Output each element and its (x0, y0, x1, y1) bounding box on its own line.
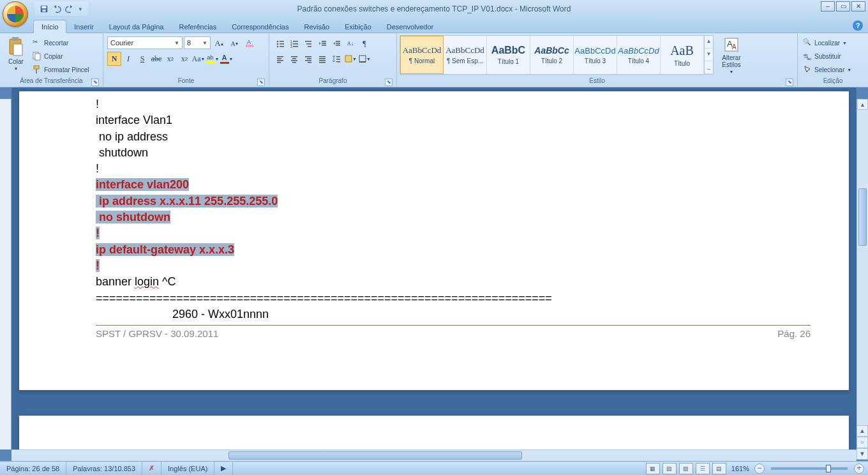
hscroll-thumb[interactable] (228, 451, 522, 460)
style-item-1[interactable]: AaBbCcDd¶ Sem Esp... (444, 36, 487, 74)
style-item-2[interactable]: AaBbCTítulo 1 (487, 36, 530, 74)
borders-button[interactable]: ▼ (357, 52, 371, 66)
vertical-scrollbar[interactable]: ▲ ▼ (857, 99, 868, 449)
paragraph-launcher[interactable]: ⬊ (385, 79, 393, 86)
view-outline-button[interactable]: ☰ (696, 463, 710, 474)
vertical-ruler[interactable] (0, 99, 11, 449)
multilevel-button[interactable] (301, 36, 315, 50)
font-launcher[interactable]: ⬊ (257, 79, 265, 86)
gallery-down-button[interactable]: ▼ (705, 49, 713, 61)
tab-correspondencias[interactable]: Correspondências (224, 20, 296, 33)
tab-exibicao[interactable]: Exibição (337, 20, 379, 33)
align-left-button[interactable] (273, 52, 287, 66)
page-27[interactable]: Informação CONFIDENCIAL (19, 416, 849, 449)
sort-button[interactable]: A↓ (343, 36, 357, 50)
page-26[interactable]: ! interface Vlan1 no ip address shutdown… (19, 91, 849, 390)
copy-button[interactable]: Copiar (31, 50, 91, 63)
zoom-level[interactable]: 161% (731, 465, 749, 472)
gallery-up-button[interactable]: ▲ (705, 36, 713, 49)
highlight-button[interactable]: ab▼ (206, 52, 220, 66)
paste-button[interactable]: Colar ▼ (3, 35, 29, 71)
horizontal-scrollbar[interactable] (11, 449, 857, 461)
restore-button[interactable]: ▭ (836, 1, 850, 11)
proof-icon: ✗ (149, 464, 154, 472)
subscript-button[interactable]: x2 (163, 52, 177, 66)
change-case-button[interactable]: Aa▼ (191, 52, 206, 66)
scroll-thumb[interactable] (858, 188, 867, 246)
tab-referencias[interactable]: Referências (172, 20, 225, 33)
gallery-more-button[interactable]: ⎯ (705, 61, 713, 74)
style-item-0[interactable]: AaBbCcDd¶ Normal (400, 36, 444, 74)
align-right-button[interactable] (301, 52, 315, 66)
svg-rect-5 (13, 44, 22, 56)
qat-dropdown-icon[interactable]: ▼ (78, 6, 83, 12)
status-words[interactable]: Palavras: 13/10.853 (66, 462, 142, 475)
view-draft-button[interactable]: ▤ (712, 463, 726, 474)
group-editing-label: Edição (823, 77, 843, 84)
prev-page-button[interactable]: ▲ (857, 425, 868, 437)
change-styles-button[interactable]: AA Alterar Estilos▼ (716, 35, 747, 74)
style-item-5[interactable]: AaBbCcDdTítulo 4 (617, 36, 661, 74)
minimize-button[interactable]: – (821, 1, 835, 11)
tab-layout[interactable]: Layout da Página (101, 20, 172, 33)
find-button[interactable]: 🔍Localizar▼ (803, 36, 851, 49)
styles-launcher[interactable]: ⬊ (786, 79, 793, 86)
style-item-4[interactable]: AaBbCcDdTítulo 3 (574, 36, 617, 74)
tab-revisao[interactable]: Revisão (296, 20, 337, 33)
document-content[interactable]: ! interface Vlan1 no ip address shutdown… (96, 96, 811, 322)
clear-format-button[interactable]: A (243, 36, 257, 50)
scroll-up-button[interactable]: ▲ (857, 99, 868, 110)
style-item-6[interactable]: AaBTítulo (661, 36, 704, 74)
status-page[interactable]: Página: 26 de 58 (0, 462, 66, 475)
shading-button[interactable]: ▼ (343, 52, 357, 66)
office-button[interactable] (3, 1, 31, 29)
tab-desenvolvedor[interactable]: Desenvolvedor (379, 20, 441, 33)
font-color-button[interactable]: A▼ (220, 52, 234, 66)
select-button[interactable]: Selecionar▼ (803, 63, 851, 76)
format-painter-button[interactable]: Formatar Pincel (31, 63, 91, 76)
line-spacing-button[interactable] (329, 52, 343, 66)
next-page-button[interactable]: ▼ (857, 448, 868, 460)
status-proof[interactable]: ✗ (142, 462, 161, 475)
tab-inserir[interactable]: Inserir (66, 20, 101, 33)
help-icon[interactable]: ? (853, 20, 863, 31)
align-center-button[interactable] (287, 52, 301, 66)
italic-button[interactable]: I (121, 52, 135, 66)
tab-inicio[interactable]: Início (33, 20, 66, 33)
decrease-indent-button[interactable] (315, 36, 329, 50)
browse-object-button[interactable]: ○ (857, 437, 868, 448)
view-print-layout-button[interactable]: ▦ (646, 463, 660, 474)
numbering-button[interactable]: 123 (287, 36, 301, 50)
underline-button[interactable]: S (135, 52, 149, 66)
zoom-slider[interactable] (771, 467, 848, 470)
undo-icon[interactable] (52, 4, 61, 13)
grow-font-button[interactable]: A▴ (212, 36, 226, 50)
redo-icon[interactable] (65, 4, 74, 13)
justify-button[interactable] (315, 52, 329, 66)
clipboard-launcher[interactable]: ⬊ (91, 79, 99, 86)
increase-indent-button[interactable] (329, 36, 343, 50)
view-full-screen-button[interactable]: ▧ (662, 463, 677, 474)
bullets-button[interactable] (273, 36, 287, 50)
view-web-button[interactable]: ▨ (679, 463, 693, 474)
zoom-out-button[interactable]: − (754, 464, 765, 474)
svg-rect-47 (319, 60, 326, 61)
status-language[interactable]: Inglês (EUA) (161, 462, 214, 475)
font-size-combo[interactable]: 8▼ (184, 36, 211, 49)
show-marks-button[interactable]: ¶ (357, 36, 371, 50)
shrink-font-button[interactable]: A▾ (227, 36, 241, 50)
cursor-icon (803, 65, 812, 74)
superscript-button[interactable]: x2 (177, 52, 191, 66)
cut-button[interactable]: ✂Recortar (31, 36, 91, 49)
style-item-3[interactable]: AaBbCcTítulo 2 (530, 36, 574, 74)
zoom-in-button[interactable]: + (854, 464, 864, 474)
svg-rect-15 (280, 43, 284, 45)
close-button[interactable]: ✕ (851, 1, 865, 11)
strike-button[interactable]: abc (149, 52, 163, 66)
replace-button[interactable]: abacSubstituir (803, 50, 851, 63)
svg-rect-4 (12, 37, 19, 41)
bold-button[interactable]: N (107, 52, 121, 66)
font-name-combo[interactable]: Courier▼ (107, 36, 183, 49)
status-macro[interactable]: ▶ (214, 462, 233, 475)
save-icon[interactable] (40, 4, 49, 13)
